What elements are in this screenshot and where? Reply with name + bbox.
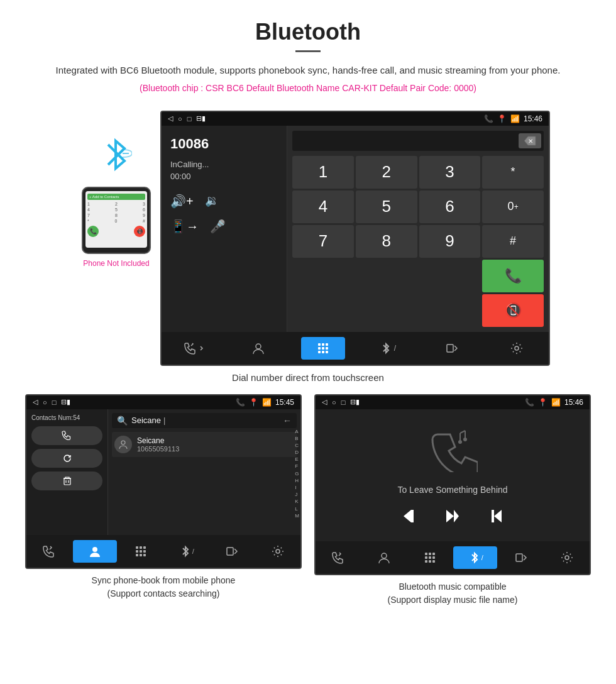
call-answer-button[interactable]: 📞 — [482, 260, 544, 292]
contacts-search-bar[interactable]: 🔍 Seicane | ← — [112, 413, 297, 428]
svg-rect-5 — [318, 347, 321, 350]
status-bar-right: 📞 📍 📶 15:46 — [484, 114, 542, 123]
dialpad-key-0plus[interactable]: 0+ — [482, 190, 544, 223]
svg-rect-47 — [516, 554, 522, 561]
bluetooth-icon — [101, 136, 132, 180]
mic-icon[interactable]: 🎤 — [210, 219, 226, 234]
call-end-button[interactable]: 📵 — [482, 294, 544, 327]
svg-point-30 — [463, 438, 467, 441]
svg-rect-20 — [143, 546, 146, 549]
svg-rect-40 — [432, 553, 435, 555]
svg-rect-42 — [429, 556, 431, 559]
recents-icon: □ — [187, 115, 192, 123]
svg-rect-27 — [227, 548, 233, 555]
contacts-nav-bluetooth[interactable]: / — [164, 540, 208, 563]
music-nav-transfer[interactable] — [499, 546, 543, 569]
contacts-search-icon: 🔍 — [117, 416, 128, 426]
music-nav-bluetooth[interactable]: / — [453, 546, 497, 569]
main-android-screen: ◁ ○ □ ⊟▮ 📞 📍 📶 15:46 10086 InCalling... … — [160, 111, 550, 366]
contact-delete-button[interactable] — [31, 472, 102, 490]
nav-contacts[interactable] — [236, 337, 280, 360]
volume-down-icon[interactable]: 🔉 — [205, 194, 219, 209]
contacts-nav-bar: / — [26, 535, 300, 568]
contacts-recents-icon: □ — [52, 399, 57, 406]
dialpad-key-8[interactable]: 8 — [356, 225, 417, 258]
svg-point-17 — [92, 547, 97, 552]
music-controls — [401, 507, 504, 529]
contacts-nav-transfer[interactable] — [210, 540, 254, 563]
contacts-cursor: | — [163, 416, 165, 425]
music-prev-button[interactable] — [401, 507, 419, 529]
dialpad-key-3[interactable]: 3 — [419, 156, 481, 189]
call-timer: 00:00 — [170, 172, 278, 181]
phone-call-button: 📞 — [87, 226, 99, 237]
svg-rect-21 — [136, 550, 138, 553]
svg-point-1 — [256, 344, 261, 349]
music-next-button[interactable] — [487, 507, 504, 529]
music-song-title: To Leave Something Behind — [397, 485, 507, 495]
svg-marker-31 — [404, 510, 411, 522]
music-nav-contacts[interactable] — [362, 546, 406, 569]
music-status-right: 📞 📍 📶 15:46 — [525, 398, 583, 407]
home-icon: ○ — [178, 115, 182, 123]
contacts-nav-settings[interactable] — [256, 540, 300, 563]
phone-mockup-topbar: + Add to Contacts — [87, 194, 145, 200]
dialpad-key-6[interactable]: 6 — [419, 190, 481, 223]
svg-point-28 — [276, 549, 280, 553]
nav-phone[interactable] — [172, 337, 216, 360]
contact-refresh-button[interactable] — [31, 449, 102, 468]
dialpad-key-5[interactable]: 5 — [356, 190, 417, 223]
music-next-chapter-button[interactable] — [444, 507, 461, 529]
dialpad-input-row: ✕ — [292, 131, 544, 151]
contacts-count: Contacts Num:54 — [31, 414, 102, 421]
nav-bluetooth[interactable]: / — [365, 337, 409, 360]
svg-point-37 — [382, 553, 387, 558]
contact-list-item[interactable]: Seicane 10655059113 — [112, 432, 297, 457]
svg-text:✕: ✕ — [528, 138, 533, 145]
phone-mockup-row: 789 — [87, 213, 145, 218]
contact-call-button[interactable] — [31, 426, 102, 445]
svg-point-16 — [121, 441, 125, 444]
call-status: InCalling... — [170, 160, 278, 169]
dialpad-delete-button[interactable]: ✕ — [519, 133, 541, 148]
call-controls-row2: 📱→ 🎤 — [170, 219, 278, 234]
svg-rect-44 — [425, 560, 427, 563]
music-screen-wrapper: ◁ ○ □ ⊟▮ 📞 📍 📶 15:46 — [314, 394, 591, 607]
contacts-caption-line1: Sync phone-book from mobile phone — [92, 575, 236, 585]
contacts-nav-phone[interactable] — [27, 540, 71, 563]
music-nav-settings[interactable] — [545, 546, 589, 569]
dialpad-key-4[interactable]: 4 — [292, 190, 354, 223]
transfer-icon[interactable]: 📱→ — [170, 219, 199, 234]
main-time: 15:46 — [524, 114, 542, 123]
svg-rect-3 — [322, 343, 324, 346]
dialpad-key-hash[interactable]: # — [482, 225, 544, 258]
contacts-status-right: 📞 📍 📶 15:45 — [236, 398, 294, 407]
dialpad-key-9[interactable]: 9 — [419, 225, 481, 258]
contacts-location-icon: 📍 — [249, 398, 258, 407]
svg-point-48 — [565, 556, 569, 560]
dialpad-key-2[interactable]: 2 — [356, 156, 417, 189]
music-nav-phone[interactable] — [316, 546, 360, 569]
volume-up-icon[interactable]: 🔊+ — [170, 194, 194, 209]
notifications-icon: ⊟▮ — [196, 114, 206, 123]
call-controls-row1: 🔊+ 🔉 — [170, 194, 278, 209]
music-nav-dialpad[interactable] — [408, 546, 452, 569]
dialpad-display[interactable] — [292, 137, 516, 145]
title-divider — [295, 50, 321, 52]
contacts-backspace-icon[interactable]: ← — [283, 416, 292, 426]
svg-marker-33 — [446, 510, 454, 522]
dialpad-key-1[interactable]: 1 — [292, 156, 354, 189]
contacts-nav-contacts[interactable] — [73, 540, 117, 563]
nav-dialpad[interactable] — [301, 337, 345, 360]
nav-settings[interactable] — [495, 337, 539, 360]
svg-rect-25 — [140, 554, 142, 556]
contacts-left-panel: Contacts Num:54 — [26, 409, 108, 535]
contacts-nav-dialpad[interactable] — [119, 540, 163, 563]
phone-mockup: + Add to Contacts 123 456 789 *0# 📞 📵 — [82, 187, 151, 254]
call-number: 10086 — [170, 136, 278, 152]
dialpad-key-7[interactable]: 7 — [292, 225, 354, 258]
svg-rect-9 — [322, 351, 324, 353]
nav-transfer[interactable] — [430, 337, 474, 360]
dial-content: 10086 InCalling... 00:00 🔊+ 🔉 📱→ 🎤 — [162, 126, 549, 332]
dialpad-key-star[interactable]: * — [482, 156, 544, 189]
